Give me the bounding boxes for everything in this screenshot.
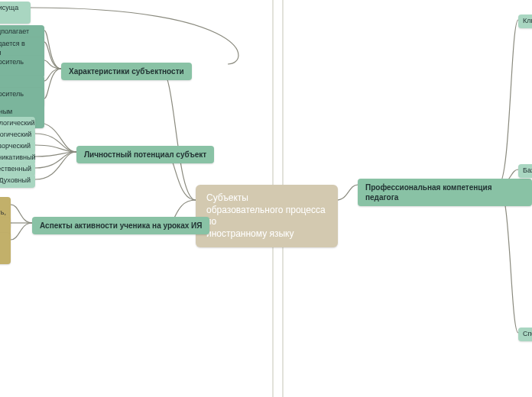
mindmap-canvas[interactable]: Субъекты образовательного процесса по ин… (0, 0, 532, 397)
node-characteristics[interactable]: Характеристики субъектности (61, 63, 192, 80)
node-prof-item-0[interactable]: Ключевые (518, 15, 532, 28)
node-pot-item-5[interactable]: Духовный (0, 174, 35, 188)
node-asp-item-2[interactable]: речевая (общение в паре, группе, ролевых… (0, 233, 11, 264)
node-prof-competence[interactable]: Профессиональная компетенция педагога (358, 179, 532, 206)
node-prof-item-2[interactable]: Специальные (518, 328, 532, 341)
node-potential[interactable]: Личностный потенциал субъект (76, 146, 214, 163)
root-node[interactable]: Субъекты образовательного процесса по ин… (196, 185, 338, 247)
node-activity[interactable]: Субъекту присуща активность (0, 2, 31, 24)
node-prof-item-1[interactable]: Базовые (518, 164, 532, 178)
node-aspects[interactable]: Аспекты активности ученика на уроках ИЯ (32, 217, 209, 234)
node-char-item-2[interactable]: Субъект — носитель смысла (0, 56, 44, 78)
